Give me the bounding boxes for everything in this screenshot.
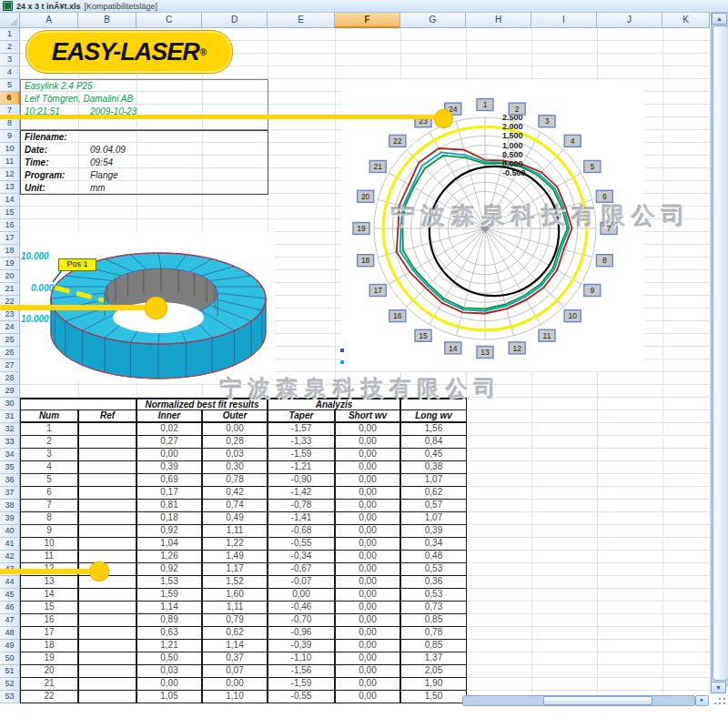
window-resize-grip[interactable] xyxy=(712,695,727,706)
column-header-H[interactable]: H xyxy=(466,13,531,28)
table-row: 170,630,62-0,960,000,78 xyxy=(20,627,467,640)
column-header-E[interactable]: E xyxy=(268,13,335,28)
column-header-D[interactable]: D xyxy=(202,13,268,28)
vertical-scrollbar[interactable]: ▲ xyxy=(711,13,728,687)
row-header-29[interactable]: 29 xyxy=(0,385,20,398)
row-header-4[interactable]: 4 xyxy=(0,66,20,79)
row-header-10[interactable]: 10 xyxy=(0,143,20,156)
table-cell: 0,00 xyxy=(335,512,400,525)
row-header-52[interactable]: 52 xyxy=(0,678,20,691)
row-header-48[interactable]: 48 xyxy=(0,627,20,640)
vertical-scroll-thumb[interactable] xyxy=(713,25,728,681)
table-cell: 0,53 xyxy=(400,563,467,576)
grid-vline xyxy=(662,28,663,693)
table-cell: -0,07 xyxy=(268,576,335,589)
callout-dot-top[interactable] xyxy=(434,109,453,128)
file-info-row: Filename: xyxy=(21,131,268,144)
row-header-13[interactable]: 13 xyxy=(0,181,20,194)
table-cell: 1,10 xyxy=(202,691,268,703)
row-header-53[interactable]: 53 xyxy=(0,691,20,703)
table-cell: 0,79 xyxy=(202,614,268,627)
row-header-31[interactable]: 31 xyxy=(0,410,20,423)
svg-text:20: 20 xyxy=(361,192,370,201)
row-header-44[interactable]: 44 xyxy=(0,576,20,589)
row-header-37[interactable]: 37 xyxy=(0,487,20,500)
table-cell: 0,03 xyxy=(202,449,268,461)
row-header-38[interactable]: 38 xyxy=(0,500,20,512)
row-header-30[interactable]: 30 xyxy=(0,398,20,410)
column-header-A[interactable]: A xyxy=(20,13,78,28)
row-header-35[interactable]: 35 xyxy=(0,461,20,474)
row-header-14[interactable]: 14 xyxy=(0,194,20,207)
row-header-6[interactable]: 6 xyxy=(0,92,20,105)
callout-dot-middle[interactable] xyxy=(145,297,167,319)
row-header-25[interactable]: 25 xyxy=(0,334,20,347)
row-header-26[interactable]: 26 xyxy=(0,347,20,359)
row-header-47[interactable]: 47 xyxy=(0,614,20,627)
row-header-36[interactable]: 36 xyxy=(0,474,20,487)
table-cell xyxy=(78,691,136,703)
column-header-C[interactable]: C xyxy=(136,13,202,28)
row-header-9[interactable]: 9 xyxy=(0,130,20,143)
title-bar: 24 x 3 t inÃ¥t.xls [Kompatibilitetsläge] xyxy=(0,0,728,13)
row-header-2[interactable]: 2 xyxy=(0,41,20,54)
file-info-value: Flange xyxy=(90,169,118,182)
pos1-leader-lines xyxy=(20,231,166,331)
row-header-51[interactable]: 51 xyxy=(0,665,20,678)
table-column-header: Num xyxy=(20,410,78,423)
row-header-5[interactable]: 5 xyxy=(0,79,20,92)
row-header-40[interactable]: 40 xyxy=(0,525,20,538)
row-header-19[interactable]: 19 xyxy=(0,258,20,270)
row-header-1[interactable]: 1 xyxy=(0,28,20,41)
column-header-G[interactable]: G xyxy=(400,13,466,28)
table-cell: 0,00 xyxy=(335,436,400,449)
scroll-right-button[interactable]: ► xyxy=(695,695,709,706)
svg-text:10: 10 xyxy=(568,311,577,320)
scroll-up-button[interactable]: ▲ xyxy=(712,13,727,25)
callout-dot-bottom[interactable] xyxy=(89,561,109,581)
row-header-20[interactable]: 20 xyxy=(0,270,20,283)
table-cell: 0,39 xyxy=(400,525,467,538)
column-header-I[interactable]: I xyxy=(531,13,597,28)
row-header-12[interactable]: 12 xyxy=(0,168,20,181)
table-cell: 0,00 xyxy=(335,525,400,538)
table-cell: 1,05 xyxy=(136,691,202,703)
row-header-42[interactable]: 42 xyxy=(0,551,20,563)
table-cell: 1,49 xyxy=(202,551,268,563)
column-header-F[interactable]: F xyxy=(335,13,400,28)
column-header-B[interactable]: B xyxy=(78,13,136,28)
row-header-34[interactable]: 34 xyxy=(0,449,20,461)
row-header-23[interactable]: 23 xyxy=(0,308,20,321)
row-header-49[interactable]: 49 xyxy=(0,640,20,652)
row-header-46[interactable]: 46 xyxy=(0,602,20,614)
excel-window: 24 x 3 t inÃ¥t.xls [Kompatibilitetsläge]… xyxy=(0,0,728,728)
table-row: 60,170,42-1,420,000,62 xyxy=(20,487,467,500)
table-cell: 1,22 xyxy=(202,538,268,551)
row-header-15[interactable]: 15 xyxy=(0,207,20,219)
row-header-3[interactable]: 3 xyxy=(0,54,20,66)
column-header-K[interactable]: K xyxy=(662,13,710,28)
row-header-21[interactable]: 21 xyxy=(0,283,20,296)
select-all-corner[interactable] xyxy=(0,13,20,28)
column-header-J[interactable]: J xyxy=(597,13,662,28)
row-header-8[interactable]: 8 xyxy=(0,117,20,130)
row-header-28[interactable]: 28 xyxy=(0,372,20,385)
horizontal-scroll-thumb[interactable] xyxy=(543,696,652,705)
row-header-32[interactable]: 32 xyxy=(0,423,20,436)
row-header-11[interactable]: 11 xyxy=(0,156,20,168)
table-cell: 0,34 xyxy=(400,538,467,551)
row-header-41[interactable]: 41 xyxy=(0,538,20,551)
row-header-27[interactable]: 27 xyxy=(0,359,20,372)
row-header-39[interactable]: 39 xyxy=(0,512,20,525)
row-header-45[interactable]: 45 xyxy=(0,589,20,602)
table-cell xyxy=(78,461,136,474)
scroll-down-button[interactable]: ▼ xyxy=(711,682,726,693)
row-header-18[interactable]: 18 xyxy=(0,245,20,258)
row-header-16[interactable]: 16 xyxy=(0,219,20,232)
row-header-50[interactable]: 50 xyxy=(0,652,20,665)
watermark-over-table: 宁波森泉科技有限公司 xyxy=(220,374,502,403)
row-header-17[interactable]: 17 xyxy=(0,232,20,245)
horizontal-scrollbar[interactable] xyxy=(462,695,695,706)
row-header-24[interactable]: 24 xyxy=(0,321,20,334)
row-header-33[interactable]: 33 xyxy=(0,436,20,449)
